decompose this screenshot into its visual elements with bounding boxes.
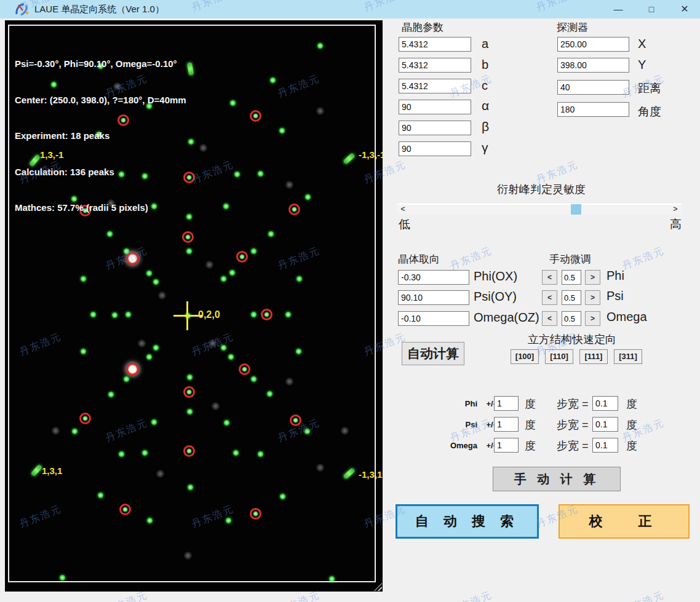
- faint-blob: [205, 261, 213, 269]
- hkl-index-label: 1,3,-1: [40, 149, 63, 160]
- faint-blob: [341, 427, 349, 435]
- diffraction-peak: [329, 576, 335, 582]
- psi-decrease-button[interactable]: <: [542, 290, 557, 305]
- cell-alpha-field[interactable]: [399, 100, 471, 114]
- omega-step-field[interactable]: [562, 311, 581, 326]
- faint-blob: [199, 144, 207, 152]
- diffraction-peak: [258, 451, 263, 457]
- hkl-index-label: 1,3,1: [42, 465, 62, 476]
- scan-omega-range-field[interactable]: [494, 438, 519, 453]
- orientation-title: 晶体取向: [398, 252, 440, 266]
- bright-peak: [126, 363, 139, 376]
- faint-blob: [212, 402, 220, 410]
- fine-tune-psi-label: Psi: [607, 289, 624, 303]
- phi-step-field[interactable]: [562, 270, 581, 285]
- watermark-text: 丹东浩元: [621, 244, 667, 272]
- streak-peak: [343, 152, 356, 165]
- scan-phi-range-field[interactable]: [494, 396, 519, 411]
- diffraction-peak: [186, 248, 192, 254]
- titlebar: LAUE 单晶定向系统（Ver 1.0） — □ ✕: [0, 0, 700, 18]
- diffraction-peak: [186, 214, 192, 220]
- cell-beta-label: β: [482, 119, 489, 134]
- slider-track[interactable]: [397, 204, 682, 215]
- diffraction-peak: [230, 100, 236, 106]
- diffraction-peak: [188, 139, 194, 145]
- cubic-110-button[interactable]: [110]: [545, 349, 573, 364]
- slider-thumb[interactable]: [571, 204, 581, 215]
- detector-title: 探测器: [557, 20, 588, 34]
- detector-angle-field[interactable]: [557, 102, 629, 117]
- auto-calculate-button[interactable]: 自动计算: [402, 342, 464, 365]
- psi-oy-label: Psi(OY): [474, 290, 517, 304]
- faint-blob: [158, 291, 166, 299]
- info-line-center: Center: (250.0, 398.0), ?=180°, D=40mm: [15, 94, 186, 106]
- manual-calculate-button[interactable]: 手 动 计 算: [493, 467, 621, 491]
- sensitivity-slider[interactable]: < >: [397, 203, 682, 215]
- diffraction-peak: [251, 248, 257, 254]
- diffraction-peak: [187, 409, 193, 414]
- cell-c-label: c: [482, 79, 488, 93]
- diffraction-peak: [81, 349, 86, 354]
- maximize-button[interactable]: □: [641, 0, 662, 18]
- scan-psi-step-field[interactable]: [592, 417, 618, 432]
- slider-left-arrow-icon[interactable]: <: [398, 204, 408, 214]
- hkl-index-label: -1,3,-1: [359, 149, 383, 160]
- close-button[interactable]: ✕: [674, 0, 695, 18]
- matched-peak-circle: [250, 508, 261, 520]
- cell-gamma-label: γ: [482, 140, 488, 155]
- minimize-button[interactable]: —: [608, 0, 629, 18]
- hkl-index-label: -1,3,1: [359, 469, 382, 480]
- auto-search-button[interactable]: 自 动 搜 索: [396, 504, 539, 539]
- detector-y-field[interactable]: [557, 58, 629, 73]
- diffraction-peak: [226, 518, 231, 523]
- scan-psi-range-field[interactable]: [494, 417, 519, 432]
- cubic-111-button[interactable]: [111]: [579, 349, 608, 364]
- cell-a-field[interactable]: [399, 37, 471, 52]
- scan-phi-step-field[interactable]: [592, 396, 618, 411]
- cell-beta-field[interactable]: [399, 121, 471, 135]
- faint-blob: [316, 464, 324, 472]
- detector-distance-field[interactable]: [557, 80, 629, 95]
- phi-increase-button[interactable]: >: [585, 270, 600, 285]
- cubic-311-button[interactable]: [311]: [614, 349, 642, 364]
- phi-decrease-button[interactable]: <: [542, 270, 557, 285]
- diffraction-peak: [142, 450, 148, 456]
- scan-omega-step-field[interactable]: [592, 438, 618, 453]
- scan-phi-deg2: 度: [626, 397, 637, 411]
- diffraction-peak: [279, 128, 285, 133]
- cell-c-field[interactable]: [399, 79, 471, 93]
- laue-image-panel[interactable]: Psi=-0.30°, Phi=90.10°, Omega=-0.10° Cen…: [5, 20, 383, 592]
- scan-phi-deg: 度: [525, 397, 536, 411]
- omega-oz-field[interactable]: [398, 311, 469, 326]
- diffraction-peak: [224, 420, 229, 426]
- cell-b-field[interactable]: [399, 58, 471, 73]
- diffraction-peak: [153, 279, 159, 285]
- omega-increase-button[interactable]: >: [585, 311, 600, 326]
- calibrate-button[interactable]: 校 正: [559, 504, 690, 539]
- app-logo-icon: [15, 2, 31, 16]
- psi-increase-button[interactable]: >: [585, 290, 600, 305]
- omega-decrease-button[interactable]: <: [542, 311, 557, 326]
- diffraction-peak: [81, 276, 86, 282]
- detector-x-field[interactable]: [557, 37, 629, 52]
- matched-peak-circle: [239, 363, 250, 375]
- diffraction-peak: [221, 276, 226, 282]
- diffraction-peak: [221, 345, 226, 351]
- image-info-overlay: Psi=-0.30°, Phi=90.10°, Omega=-0.10° Cen…: [15, 34, 186, 238]
- info-line-calculation: Calculation: 136 peaks: [15, 166, 186, 178]
- scan-psi-deg: 度: [525, 418, 536, 432]
- matched-peak-circle: [236, 251, 248, 263]
- slider-right-arrow-icon[interactable]: >: [670, 204, 680, 214]
- diffraction-peak: [233, 450, 239, 456]
- phi-ox-field[interactable]: [398, 270, 469, 285]
- cubic-100-button[interactable]: [100]: [511, 349, 539, 364]
- cell-gamma-field[interactable]: [399, 141, 471, 156]
- scan-omega-label: Omega: [434, 441, 477, 450]
- psi-oy-field[interactable]: [398, 290, 469, 305]
- psi-step-field[interactable]: [562, 290, 581, 305]
- diffraction-peak: [112, 312, 117, 318]
- diffraction-peak: [285, 312, 291, 317]
- diffraction-peak: [304, 429, 310, 434]
- diffraction-peak: [187, 374, 193, 380]
- scan-phi-step-label: 步宽 =: [557, 397, 589, 411]
